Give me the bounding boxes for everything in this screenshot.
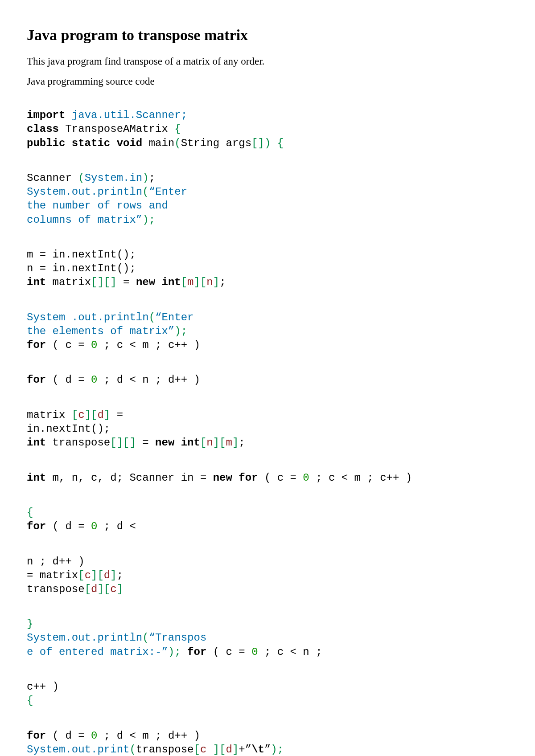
brace: ] xyxy=(104,409,110,421)
code-text: TransposeAMatrix xyxy=(59,123,174,135)
brace: ] xyxy=(213,276,219,288)
brace: ][ xyxy=(91,569,104,581)
code-section: Scanner (System.in); System.out.println(… xyxy=(27,171,508,227)
code-text: transpose xyxy=(46,437,110,449)
brace: [ xyxy=(78,569,84,581)
index: d xyxy=(104,569,110,581)
code-section: n ; d++ ) = matrix[c][d]; transpose[d][c… xyxy=(27,555,508,597)
code-text: ( c = xyxy=(206,646,251,658)
code-text: main xyxy=(142,137,174,149)
page-title: Java program to transpose matrix xyxy=(27,27,508,44)
index: d xyxy=(91,583,97,595)
code-section: } System.out.println(“Transpos e of ente… xyxy=(27,617,508,659)
brace: []) { xyxy=(251,137,284,149)
brace: ); xyxy=(271,744,284,756)
keyword: new for xyxy=(213,472,258,484)
brace: ( xyxy=(174,137,181,149)
method: System.out.println xyxy=(27,632,142,644)
code-caption: Java programming source code xyxy=(27,74,508,88)
brace: [ xyxy=(193,744,200,756)
string: “Enter xyxy=(155,311,193,323)
code-text: +” xyxy=(239,744,251,756)
code-text: ( c = xyxy=(258,472,303,484)
keyword: for xyxy=(27,730,46,742)
brace: [][] xyxy=(110,437,136,449)
code-text: n = in.nextInt(); xyxy=(27,262,136,274)
code-text: ( d = xyxy=(46,730,91,742)
index: c xyxy=(200,744,213,756)
method: System.out.println xyxy=(27,186,142,198)
code-text: m, n, c, d; Scanner in = xyxy=(46,472,213,484)
keyword: for xyxy=(27,339,46,351)
brace: [ xyxy=(200,437,206,449)
class-ref: System.in xyxy=(85,172,143,184)
brace: { xyxy=(27,695,33,707)
brace: ] xyxy=(232,437,239,449)
code-text: ; d < m ; d++ ) xyxy=(97,730,200,742)
intro-paragraph: This java program find transpose of a ma… xyxy=(27,54,508,68)
code-text: ( c = xyxy=(46,339,91,351)
code-text: ; xyxy=(117,569,123,581)
code-section: matrix [c][d] = in.nextInt(); int transp… xyxy=(27,408,508,450)
method: System .out.println xyxy=(27,311,149,323)
code-text: matrix xyxy=(46,276,91,288)
number: 0 xyxy=(91,520,97,532)
code-text: Scanner xyxy=(27,172,78,184)
code-text: = xyxy=(110,409,123,421)
keyword: import xyxy=(27,109,65,121)
index: n xyxy=(206,437,213,449)
string: “Enter xyxy=(149,186,187,198)
brace: ( xyxy=(142,186,148,198)
brace: } xyxy=(27,618,33,630)
code-text: ; d < xyxy=(97,520,136,532)
string: columns of matrix” xyxy=(27,214,142,226)
code-text: ; d < n ; d++ ) xyxy=(97,374,200,386)
string: “Transpos xyxy=(149,632,207,644)
index: d xyxy=(226,744,232,756)
code-section: import java.util.Scanner; class Transpos… xyxy=(27,108,508,150)
index: n xyxy=(206,276,213,288)
code-text: String args xyxy=(181,137,251,149)
brace: ( xyxy=(78,172,84,184)
keyword: int xyxy=(27,472,46,484)
code-section: m = in.nextInt(); n = in.nextInt(); int … xyxy=(27,248,508,290)
brace: ] xyxy=(232,744,239,756)
code-text: in.nextInt(); xyxy=(27,423,110,435)
string: the elements of matrix” xyxy=(27,325,174,337)
number: 0 xyxy=(251,646,258,658)
code-text: m = in.nextInt(); xyxy=(27,249,136,261)
number: 0 xyxy=(91,339,97,351)
code-text: ” xyxy=(264,744,271,756)
code-text: ; xyxy=(149,172,155,184)
brace: [ xyxy=(72,409,78,421)
class-ref: java.util.Scanner; xyxy=(65,109,187,121)
index: c xyxy=(110,583,116,595)
number: 0 xyxy=(91,374,97,386)
brace: ( xyxy=(142,632,148,644)
index: d xyxy=(97,409,103,421)
brace: { xyxy=(27,507,33,519)
brace: ) xyxy=(142,172,148,184)
code-text: transpose xyxy=(27,583,85,595)
code-section: System .out.println(“Enter the elements … xyxy=(27,311,508,352)
number: 0 xyxy=(91,730,97,742)
code-section: c++ ) { xyxy=(27,680,508,707)
brace: ( xyxy=(129,744,136,756)
brace: [ xyxy=(85,583,91,595)
code-text: ( d = xyxy=(46,520,91,532)
code-section: for ( d = 0 ; d < n ; d++ ) xyxy=(27,373,508,387)
method: System.out.print xyxy=(27,744,129,756)
escape: \t xyxy=(251,744,264,756)
brace: { xyxy=(174,123,181,135)
code-section: for ( d = 0 ; d < m ; d++ ) System.out.p… xyxy=(27,729,508,756)
brace: ] xyxy=(117,583,123,595)
code-text: = xyxy=(136,437,155,449)
string: the number of rows and xyxy=(27,200,168,212)
code-text: = xyxy=(117,276,136,288)
index: m xyxy=(187,276,193,288)
index: c xyxy=(85,569,91,581)
brace: [ xyxy=(181,276,187,288)
code-block: import java.util.Scanner; class Transpos… xyxy=(27,94,508,756)
brace: ][ xyxy=(213,744,226,756)
keyword: for xyxy=(187,646,206,658)
